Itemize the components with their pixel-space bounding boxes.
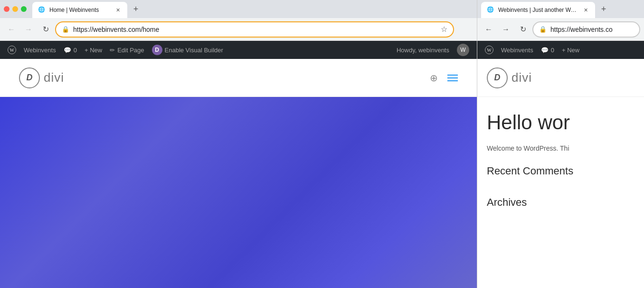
right-forward-btn[interactable]: → — [498, 22, 513, 37]
right-wp-logo-btn[interactable]: W — [481, 41, 497, 59]
logo-letter: D — [27, 73, 33, 83]
right-logo-letter: D — [494, 73, 501, 83]
right-tab-close-btn[interactable]: ✕ — [582, 6, 589, 14]
hamburger-line-3 — [447, 80, 458, 81]
comments-btn[interactable]: 💬 0 — [60, 41, 81, 59]
bookmark-icon[interactable]: ☆ — [441, 25, 447, 34]
divi-logo-circle: D — [19, 67, 40, 88]
right-site-content: D divi Hello wor Welcome to WordPress. T… — [477, 59, 644, 288]
right-page-content: Hello wor Welcome to WordPress. Thi Rece… — [477, 97, 644, 288]
left-site-header: D divi ⊕ — [0, 59, 477, 97]
right-refresh-btn[interactable]: ↻ — [515, 22, 530, 37]
wp-logo-btn[interactable]: W — [4, 41, 20, 59]
right-browser-window: 🌐 Webinvents | Just another WordP... ✕ +… — [477, 0, 644, 288]
right-new-btn[interactable]: + New — [558, 41, 583, 59]
recent-comments-heading: Recent Comments — [487, 165, 635, 177]
left-tab-bar: 🌐 Home | Webinvents ✕ + — [0, 0, 477, 18]
new-label: + New — [85, 47, 102, 54]
right-wp-logo-icon: W — [485, 46, 493, 54]
right-new-label: + New — [562, 47, 579, 54]
divi-logo: D divi — [19, 67, 64, 88]
comment-icon: 💬 — [64, 47, 71, 54]
divi-logo-text: divi — [44, 70, 64, 85]
left-browser-window: 🌐 Home | Webinvents ✕ + ← → ↻ 🔒 ☆ W — [0, 0, 477, 288]
right-nav-bar: ← → ↻ 🔒 — [477, 18, 644, 41]
site-hero-section — [0, 97, 477, 288]
howdy-text: Howdy, webinvents — [393, 47, 453, 54]
tab-title: Home | Webinvents — [49, 7, 110, 13]
welcome-text: Welcome to WordPress. Thi — [487, 144, 635, 154]
left-nav-bar: ← → ↻ 🔒 ☆ — [0, 18, 477, 41]
archives-heading: Archives — [487, 196, 635, 209]
url-input[interactable] — [73, 26, 437, 33]
avatar: W — [457, 44, 469, 56]
right-site-header: D divi — [477, 59, 644, 97]
right-divi-logo-circle: D — [487, 67, 508, 88]
new-tab-btn[interactable]: + — [129, 2, 142, 16]
site-name-btn[interactable]: Webinvents — [20, 41, 60, 59]
right-divi-logo-text: divi — [511, 70, 532, 85]
hamburger-menu-btn[interactable] — [447, 75, 458, 81]
edit-page-btn[interactable]: ✏ Edit Page — [106, 41, 148, 59]
right-lock-icon: 🔒 — [539, 26, 547, 33]
search-icon[interactable]: ⊕ — [430, 72, 438, 84]
admin-bar-right: Howdy, webinvents W — [393, 41, 473, 59]
back-btn[interactable]: ← — [4, 22, 19, 37]
left-site-content: D divi ⊕ — [0, 59, 477, 288]
left-wp-admin-bar: W Webinvents 💬 0 + New ✏ Edit Page D Ena… — [0, 41, 477, 59]
close-window-btn[interactable] — [4, 6, 9, 12]
comments-count: 0 — [74, 47, 77, 54]
svg-text:W: W — [9, 48, 14, 53]
right-back-btn[interactable]: ← — [481, 22, 496, 37]
refresh-btn[interactable]: ↻ — [38, 22, 53, 37]
right-divi-logo: D divi — [487, 67, 532, 88]
right-new-tab-btn[interactable]: + — [597, 2, 610, 16]
right-wp-admin-bar: W Webinvents 💬 0 + New — [477, 41, 644, 59]
right-comments-btn[interactable]: 💬 0 — [537, 41, 558, 59]
url-bar[interactable]: 🔒 ☆ — [55, 21, 454, 38]
right-site-name-btn[interactable]: Webinvents — [497, 41, 537, 59]
user-avatar-btn[interactable]: W — [453, 41, 473, 59]
edit-icon: ✏ — [110, 47, 115, 54]
minimize-window-btn[interactable] — [12, 6, 18, 12]
window-controls — [4, 6, 27, 12]
maximize-window-btn[interactable] — [21, 6, 27, 12]
divi-btn[interactable]: D Enable Visual Builder — [148, 41, 227, 59]
right-tab-bar: 🌐 Webinvents | Just another WordP... ✕ + — [477, 0, 644, 18]
wp-logo-icon: W — [8, 46, 16, 54]
right-comment-icon: 💬 — [541, 47, 549, 54]
divi-icon: D — [152, 45, 162, 55]
lock-icon: 🔒 — [62, 26, 69, 33]
new-content-btn[interactable]: + New — [81, 41, 106, 59]
enable-vb-label: Enable Visual Builder — [165, 47, 223, 54]
hello-world-heading: Hello wor — [487, 111, 635, 134]
right-site-name-label: Webinvents — [501, 47, 533, 54]
site-header-icons: ⊕ — [430, 72, 458, 84]
right-tab-title: Webinvents | Just another WordP... — [498, 7, 578, 13]
hamburger-line-2 — [447, 77, 458, 78]
right-url-bar[interactable]: 🔒 — [532, 21, 640, 38]
right-active-tab[interactable]: 🌐 Webinvents | Just another WordP... ✕ — [481, 2, 595, 18]
edit-page-label: Edit Page — [117, 47, 144, 54]
tab-favicon: 🌐 — [38, 6, 46, 14]
right-comments-count: 0 — [551, 47, 554, 54]
right-tab-favicon: 🌐 — [487, 6, 494, 14]
site-name-label: Webinvents — [24, 47, 56, 54]
active-tab[interactable]: 🌐 Home | Webinvents ✕ — [32, 2, 127, 18]
right-url-input[interactable] — [550, 26, 634, 33]
tab-close-btn[interactable]: ✕ — [114, 6, 122, 14]
hamburger-line-1 — [447, 75, 458, 76]
forward-btn[interactable]: → — [21, 22, 36, 37]
svg-text:W: W — [487, 48, 492, 53]
